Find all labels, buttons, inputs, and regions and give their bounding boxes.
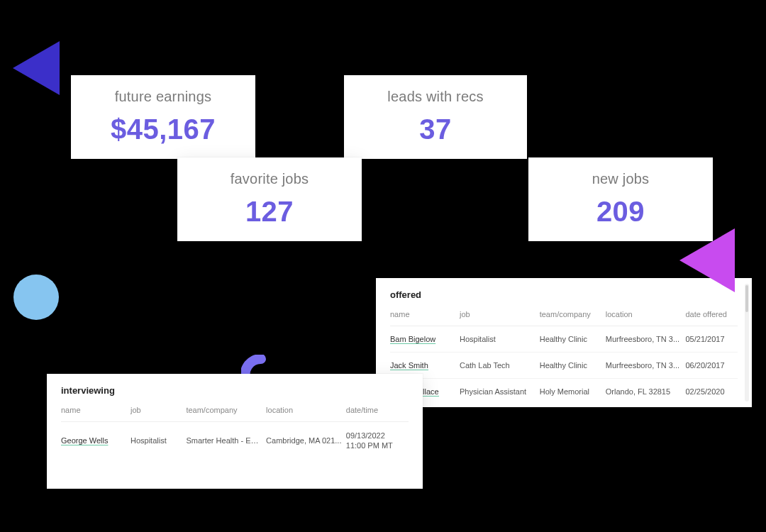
cell-location: Murfreesboro, TN 3... (606, 326, 686, 353)
table-row: Jack Smith Cath Lab Tech Healthy Clinic … (390, 353, 738, 379)
col-team: team/company (186, 403, 266, 422)
col-datetime: date/time (346, 403, 409, 422)
stat-label: leads with recs (387, 89, 483, 105)
col-team: team/company (540, 307, 606, 326)
col-name: name (390, 307, 460, 326)
triangle-decor-pink (679, 228, 735, 292)
stat-label: favorite jobs (231, 171, 309, 187)
circle-decor-blue (13, 275, 59, 320)
cell-team: Holy Memorial (540, 379, 606, 405)
scrollbar-thumb[interactable] (745, 285, 748, 312)
candidate-link[interactable]: Jack Smith (390, 361, 428, 370)
stat-value: $45,167 (111, 113, 216, 145)
offered-table: name job team/company location date offe… (390, 307, 738, 404)
offered-panel: offered name job team/company location d… (376, 278, 752, 407)
cell-date: 06/20/2017 (685, 353, 738, 379)
candidate-link[interactable]: George Wells (61, 436, 108, 445)
cell-location: Murfreesboro, TN 3... (606, 353, 686, 379)
interviewing-panel: interviewing name job team/company locat… (47, 374, 423, 489)
stat-card-leads-with-recs: leads with recs 37 (344, 75, 527, 159)
candidate-link[interactable]: Bam Bigelow (390, 335, 435, 344)
cell-job: Physician Assistant (460, 379, 540, 405)
col-location: location (266, 403, 346, 422)
table-row: Leigh Wallace Physician Assistant Holy M… (390, 379, 738, 405)
stat-value: 37 (419, 113, 452, 145)
cell-date: 02/25/2020 (685, 379, 738, 405)
cell-job: Hospitalist (131, 422, 186, 460)
stat-label: future earnings (115, 89, 211, 105)
cell-job: Cath Lab Tech (460, 353, 540, 379)
cell-job: Hospitalist (460, 326, 540, 353)
cell-team: Healthy Clinic (540, 326, 606, 353)
col-name: name (61, 403, 131, 422)
panel-title-interviewing: interviewing (61, 385, 409, 396)
triangle-decor-purple (13, 41, 60, 95)
stat-card-favorite-jobs: favorite jobs 127 (177, 157, 362, 241)
cell-team: Healthy Clinic (540, 353, 606, 379)
table-row: George Wells Hospitalist Smarter Health … (61, 422, 409, 460)
cell-location: Orlando, FL 32815 (606, 379, 686, 405)
col-location: location (606, 307, 686, 326)
cell-date: 05/21/2017 (685, 326, 738, 353)
stat-label: new jobs (592, 171, 650, 187)
cell-location: Cambridge, MA 021... (266, 422, 346, 460)
col-date: date offered (685, 307, 738, 326)
col-job: job (460, 307, 540, 326)
col-job: job (131, 403, 186, 422)
cell-datetime: 09/13/2022 11:00 PM MT (346, 422, 409, 460)
stat-card-future-earnings: future earnings $45,167 (71, 75, 255, 159)
stat-value: 127 (245, 196, 294, 228)
cell-date: 09/13/2022 (346, 431, 404, 440)
interviewing-table: name job team/company location date/time… (61, 403, 409, 460)
stat-value: 209 (596, 196, 645, 228)
cell-team: Smarter Health - Eas... (186, 422, 266, 460)
cell-time: 11:00 PM MT (346, 440, 404, 450)
table-row: Bam Bigelow Hospitalist Healthy Clinic M… (390, 326, 738, 353)
